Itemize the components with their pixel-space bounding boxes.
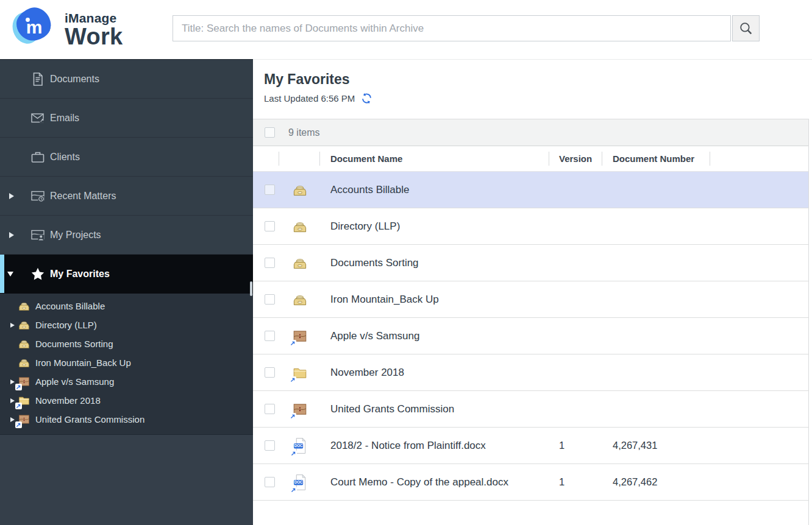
expand-caret-icon[interactable]: [10, 398, 15, 403]
document-name[interactable]: Iron Mountain_Back Up: [320, 281, 549, 317]
brand: m iManage Work: [10, 5, 123, 50]
sidebar-scrollbar[interactable]: [250, 281, 252, 296]
row-checkbox[interactable]: [265, 221, 275, 231]
row-spacer: [710, 318, 808, 354]
document-list-region: 9 items Document Name Version Document N…: [253, 119, 809, 525]
favorites-tree: Accounts Billable Directory (LLP) Docume…: [0, 294, 253, 435]
expand-caret-icon[interactable]: [10, 417, 15, 422]
file-drawer-icon: [18, 300, 30, 312]
select-all-checkbox[interactable]: [265, 127, 275, 138]
row-checkbox[interactable]: [265, 185, 275, 195]
expand-caret-icon[interactable]: [10, 379, 15, 384]
tree-item-directory-llp[interactable]: Directory (LLP): [0, 315, 253, 334]
column-document-name[interactable]: Document Name: [320, 146, 549, 171]
table-row[interactable]: Directory (LLP): [253, 208, 808, 245]
document-name[interactable]: Apple v/s Samsung: [320, 318, 549, 354]
page-title: My Favorites: [264, 71, 812, 88]
tree-item-united-grants-commission[interactable]: United Grants Commission: [0, 410, 253, 429]
table-row[interactable]: DOC Court Memo - Copy of the appeal.docx…: [253, 464, 808, 501]
document-number-value: [602, 208, 710, 244]
file-drawer-icon: [292, 292, 308, 308]
expand-caret-icon[interactable]: [9, 193, 14, 199]
tree-item-november-2018[interactable]: November 2018: [0, 391, 253, 410]
tree-item-apple-vs-samsung[interactable]: Apple v/s Samsung: [0, 372, 253, 391]
row-checkbox-cell: [253, 318, 279, 354]
shortcut-arrow-icon: [15, 384, 22, 390]
tree-item-label: Iron Mountain_Back Up: [35, 358, 131, 368]
app-body: Documents Emails Clients Recent Matters …: [0, 59, 812, 525]
sidebar-item-clients[interactable]: Clients: [0, 138, 253, 177]
version-value: [549, 172, 602, 208]
sidebar-footer: [0, 435, 253, 525]
row-icon-cell: [279, 318, 320, 354]
sidebar-item-recent-matters[interactable]: Recent Matters: [0, 177, 253, 216]
document-name[interactable]: Documents Sorting: [320, 245, 549, 281]
workspace-icon: [18, 413, 30, 426]
row-checkbox[interactable]: [265, 331, 275, 341]
row-checkbox[interactable]: [265, 404, 275, 414]
version-value: [549, 208, 602, 244]
version-value: [549, 281, 602, 317]
table-row[interactable]: Accounts Billable: [253, 172, 808, 208]
table-row[interactable]: Documents Sorting: [253, 245, 808, 281]
version-value: [549, 318, 602, 354]
row-checkbox[interactable]: [265, 440, 275, 451]
sidebar-item-label: Clients: [50, 152, 80, 163]
search-input[interactable]: [173, 15, 731, 41]
expand-caret-icon[interactable]: [10, 323, 15, 328]
folder-icon: [18, 394, 30, 407]
tree-item-label: Apple v/s Samsung: [35, 376, 114, 387]
row-checkbox-cell: [253, 391, 279, 427]
sidebar-item-label: Emails: [50, 113, 79, 124]
workspace-icon: [18, 375, 30, 388]
expand-caret-icon[interactable]: [9, 232, 14, 238]
table-row[interactable]: United Grants Commission: [253, 391, 808, 428]
document-number-value: [602, 281, 710, 317]
document-name[interactable]: Court Memo - Copy of the appeal.docx: [320, 464, 549, 500]
folder-icon: [292, 365, 308, 381]
sidebar-item-documents[interactable]: Documents: [0, 60, 253, 99]
table-row[interactable]: DOC 2018/2 - Notice from Plaintiff.docx …: [253, 428, 808, 464]
row-checkbox[interactable]: [265, 294, 275, 305]
row-spacer: [710, 464, 808, 500]
file-drawer-icon: [292, 219, 308, 234]
document-name[interactable]: United Grants Commission: [320, 391, 549, 427]
sidebar-item-my-projects[interactable]: My Projects: [0, 216, 253, 255]
document-name[interactable]: Directory (LLP): [320, 208, 549, 244]
collapse-caret-icon[interactable]: [7, 272, 13, 277]
table-row[interactable]: Iron Mountain_Back Up: [253, 281, 808, 318]
document-number-value: 4,267,462: [602, 464, 710, 500]
row-checkbox[interactable]: [265, 477, 275, 487]
document-name[interactable]: November 2018: [320, 354, 549, 390]
file-drawer-icon: [292, 182, 308, 198]
main-panel: My Favorites Last Updated 6:56 PM 9 item…: [253, 59, 812, 525]
search-button[interactable]: [732, 15, 760, 41]
svg-text:m: m: [26, 17, 43, 37]
tree-item-iron-mountain[interactable]: Iron Mountain_Back Up: [0, 353, 253, 372]
sidebar-item-emails[interactable]: Emails: [0, 99, 253, 138]
tree-item-documents-sorting[interactable]: Documents Sorting: [0, 334, 253, 353]
table-header: Document Name Version Document Number: [253, 146, 808, 172]
column-version[interactable]: Version: [549, 146, 602, 171]
header-spacer: [710, 146, 808, 171]
email-icon: [30, 110, 46, 126]
refresh-button[interactable]: [361, 93, 372, 104]
shortcut-arrow-icon: [290, 376, 296, 383]
row-checkbox[interactable]: [265, 258, 275, 268]
tree-item-accounts-billable[interactable]: Accounts Billable: [0, 297, 253, 315]
row-spacer: [710, 428, 808, 463]
row-checkbox[interactable]: [265, 367, 275, 378]
document-number-value: [602, 391, 710, 427]
items-count: 9 items: [288, 127, 320, 138]
table-row[interactable]: Apple v/s Samsung: [253, 318, 808, 354]
column-document-number[interactable]: Document Number: [602, 146, 710, 171]
sidebar-item-label: Documents: [50, 74, 99, 85]
tree-item-label: United Grants Commission: [35, 414, 144, 425]
version-value: [549, 391, 602, 427]
row-icon-cell: [279, 208, 320, 244]
sidebar-item-my-favorites[interactable]: My Favorites: [0, 255, 253, 294]
document-name[interactable]: Accounts Billable: [320, 172, 549, 208]
document-name[interactable]: 2018/2 - Notice from Plaintiff.docx: [320, 428, 549, 463]
refresh-icon: [361, 93, 372, 104]
table-row[interactable]: November 2018: [253, 354, 808, 391]
